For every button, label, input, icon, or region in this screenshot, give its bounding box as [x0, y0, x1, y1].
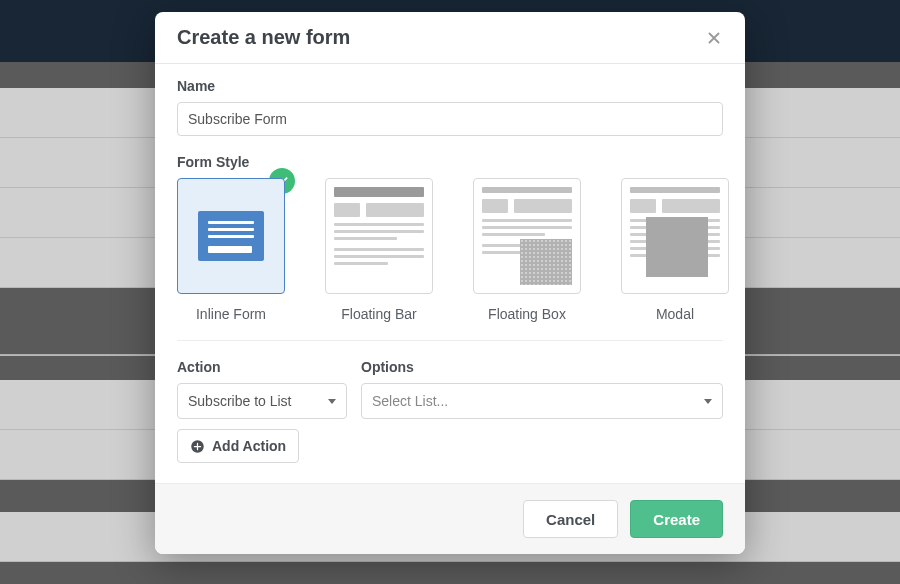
style-option-floating-bar[interactable]: Floating Bar: [325, 178, 433, 322]
form-styles-row: Inline Form Floating Bar: [177, 178, 723, 322]
close-icon: [705, 29, 723, 47]
options-select-placeholder: Select List...: [372, 393, 448, 409]
style-card: [177, 178, 285, 294]
add-action-button[interactable]: Add Action: [177, 429, 299, 463]
action-label: Action: [177, 359, 347, 375]
create-form-modal: Create a new form Name Form Style: [155, 12, 745, 554]
options-label: Options: [361, 359, 723, 375]
plus-circle-icon: [190, 439, 205, 454]
options-column: Options Select List...: [361, 359, 723, 463]
style-card: [473, 178, 581, 294]
inline-form-thumbnail: [198, 211, 264, 261]
style-label: Floating Box: [488, 306, 566, 322]
close-button[interactable]: [705, 29, 723, 47]
divider: [177, 340, 723, 341]
style-option-modal[interactable]: Modal: [621, 178, 729, 322]
form-style-label: Form Style: [177, 154, 723, 170]
create-button[interactable]: Create: [630, 500, 723, 538]
name-label: Name: [177, 78, 723, 94]
form-style-section: Form Style Inline Form: [177, 154, 723, 322]
modal-thumbnail: [646, 217, 708, 277]
options-select[interactable]: Select List...: [361, 383, 723, 419]
style-label: Floating Bar: [341, 306, 416, 322]
action-column: Action Subscribe to List Add Action: [177, 359, 347, 463]
modal-title: Create a new form: [177, 26, 350, 49]
action-select-value: Subscribe to List: [188, 393, 292, 409]
caret-down-icon: [704, 399, 712, 404]
caret-down-icon: [328, 399, 336, 404]
style-label: Inline Form: [196, 306, 266, 322]
floating-box-thumbnail: [520, 239, 572, 285]
modal-header: Create a new form: [155, 12, 745, 64]
add-action-label: Add Action: [212, 438, 286, 454]
style-card: [325, 178, 433, 294]
style-option-inline-form[interactable]: Inline Form: [177, 178, 285, 322]
floating-bar-thumbnail: [334, 187, 424, 197]
modal-body: Name Form Style Inline Form: [155, 64, 745, 483]
action-row: Action Subscribe to List Add Action Opti…: [177, 359, 723, 463]
name-section: Name: [177, 78, 723, 136]
action-select[interactable]: Subscribe to List: [177, 383, 347, 419]
style-card: [621, 178, 729, 294]
style-option-floating-box[interactable]: Floating Box: [473, 178, 581, 322]
style-label: Modal: [656, 306, 694, 322]
name-input[interactable]: [177, 102, 723, 136]
cancel-button[interactable]: Cancel: [523, 500, 618, 538]
modal-footer: Cancel Create: [155, 483, 745, 554]
